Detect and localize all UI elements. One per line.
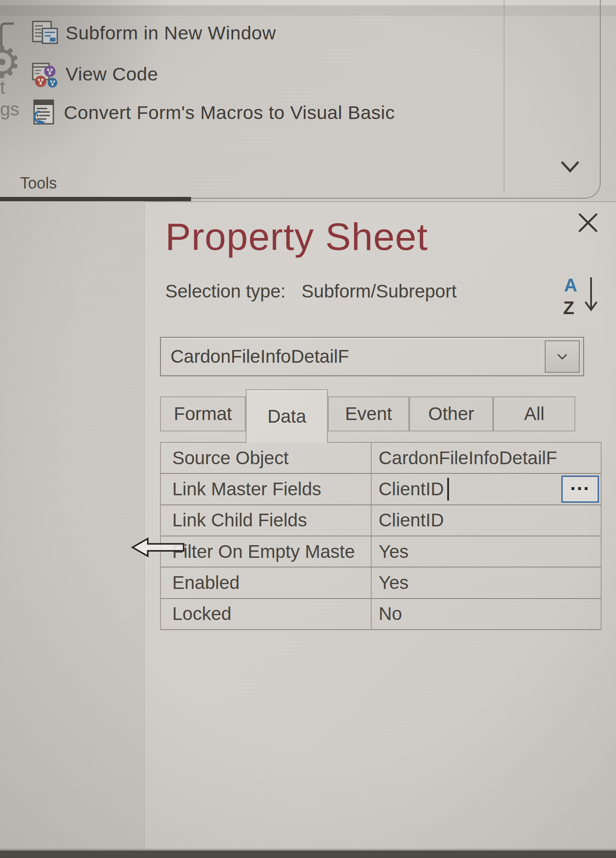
tab-data[interactable]: Data xyxy=(246,389,328,443)
sort-az-letter-a: A xyxy=(564,275,577,296)
selection-type-label: Selection type: xyxy=(165,281,286,301)
combobox-dropdown-button[interactable] xyxy=(545,340,580,373)
property-value-cell[interactable]: CardonFileInfoDetailF xyxy=(372,443,601,473)
table-row: Locked No xyxy=(161,599,601,630)
sort-down-arrow-icon xyxy=(583,276,599,318)
text-caret xyxy=(447,478,449,501)
property-value: Yes xyxy=(379,541,409,562)
property-name-cell[interactable]: Filter On Empty Maste xyxy=(161,536,372,567)
ribbon-top-band xyxy=(0,5,616,16)
property-name-cell[interactable]: Enabled xyxy=(161,567,372,598)
property-value: No xyxy=(379,603,402,624)
property-name-cell[interactable]: Link Child Fields xyxy=(161,505,372,536)
property-value-cell[interactable]: ClientID xyxy=(372,505,601,536)
access-design-view-screenshot: ⚙ t gs Subform in New Window Vie xyxy=(0,0,616,858)
property-value: Yes xyxy=(379,572,409,593)
mouse-cursor-left-arrow xyxy=(130,536,186,559)
property-name-cell[interactable]: Link Master Fields xyxy=(161,474,372,504)
property-name-cell[interactable]: Locked xyxy=(161,599,372,629)
menu-item-label: Subform in New Window xyxy=(66,22,276,44)
menu-item-label: View Code xyxy=(66,63,158,85)
tab-label: Event xyxy=(345,403,392,424)
table-row: Enabled Yes xyxy=(161,567,601,599)
property-value-cell[interactable]: No xyxy=(372,599,601,629)
menu-item-view-code[interactable]: View Code xyxy=(31,59,158,89)
selection-type-value: Subform/Subreport xyxy=(302,281,457,301)
table-row: Filter On Empty Maste Yes xyxy=(161,536,601,567)
menu-item-label: Convert Form's Macros to Visual Basic xyxy=(64,102,395,123)
property-grid: Source Object CardonFileInfoDetailF Link… xyxy=(160,442,602,630)
property-value-cell[interactable]: Yes xyxy=(372,536,601,567)
menu-item-subform-in-new-window[interactable]: Subform in New Window xyxy=(31,18,276,48)
table-row: Source Object CardonFileInfoDetailF xyxy=(161,443,601,474)
builder-button[interactable]: ... xyxy=(561,476,599,502)
close-icon[interactable] xyxy=(577,212,599,234)
ribbon-top-highlight xyxy=(0,0,616,5)
screen-bottom-edge xyxy=(0,851,616,858)
tab-all[interactable]: All xyxy=(493,396,575,431)
property-value: CardonFileInfoDetailF xyxy=(379,448,557,469)
tab-label: All xyxy=(524,403,545,424)
property-value-cell[interactable]: Yes xyxy=(372,567,601,598)
sort-az-button[interactable]: A Z xyxy=(561,273,601,319)
clipped-text-fragment: t xyxy=(0,77,5,98)
property-name-cell[interactable]: Source Object xyxy=(161,443,372,473)
property-value-cell-editing[interactable]: ClientID ... xyxy=(372,474,601,504)
tab-other[interactable]: Other xyxy=(409,396,493,431)
chevron-down-icon[interactable] xyxy=(560,159,580,175)
property-value: ClientID xyxy=(379,510,444,531)
tab-label: Format xyxy=(174,403,232,424)
tab-label: Other xyxy=(428,403,474,424)
clipped-text-fragment: gs xyxy=(0,99,19,120)
ribbon-group-label-tools: Tools xyxy=(20,174,57,193)
subform-in-new-window-icon xyxy=(31,18,59,47)
view-code-icon xyxy=(31,60,59,88)
chevron-down-icon xyxy=(556,353,568,361)
object-selector-value: CardonFileInfoDetailF xyxy=(171,338,349,375)
form-design-surface xyxy=(0,201,144,858)
property-value: ClientID xyxy=(379,479,444,500)
tab-label: Data xyxy=(268,406,306,427)
tab-event[interactable]: Event xyxy=(328,396,409,431)
selection-type-line: Selection type:Subform/Subreport xyxy=(165,281,456,302)
tab-format[interactable]: Format xyxy=(160,396,246,431)
sort-az-letter-z: Z xyxy=(563,298,574,319)
convert-macros-icon xyxy=(29,98,58,127)
table-row: Link Master Fields ClientID ... xyxy=(161,474,601,505)
ribbon-divider xyxy=(504,0,505,193)
page-title: Property Sheet xyxy=(165,214,428,259)
object-selector-combobox[interactable]: CardonFileInfoDetailF xyxy=(160,337,584,376)
table-row: Link Child Fields ClientID xyxy=(161,505,601,536)
menu-item-convert-macros[interactable]: Convert Form's Macros to Visual Basic xyxy=(29,97,395,128)
